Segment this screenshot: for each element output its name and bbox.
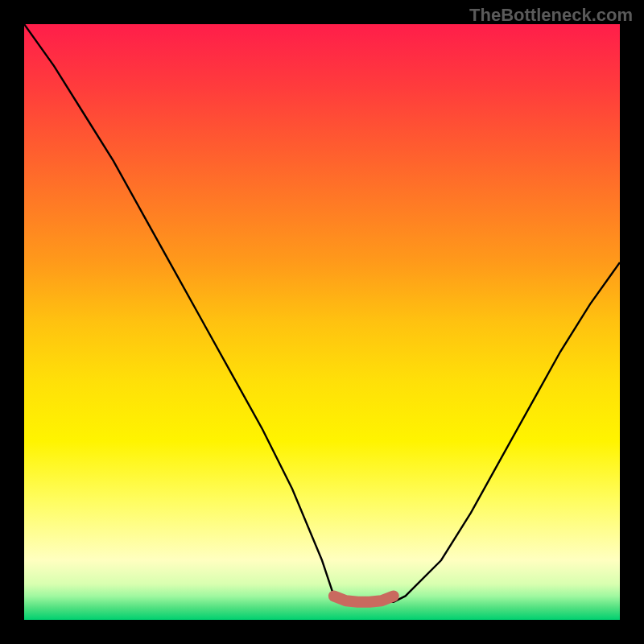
chart-svg — [24, 24, 620, 620]
watermark-text: TheBottleneck.com — [469, 5, 633, 26]
flat-region-marker-path — [334, 596, 394, 601]
chart-plot-area — [24, 24, 620, 620]
bottleneck-curve-path — [24, 24, 620, 602]
